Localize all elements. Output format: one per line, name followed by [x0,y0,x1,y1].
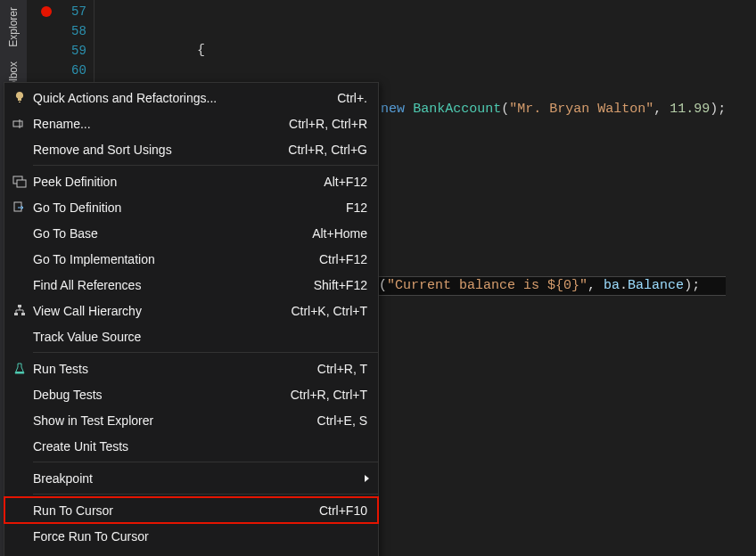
sidebar-tab-explorer[interactable]: Explorer [4,0,23,54]
menu-run-to-cursor[interactable]: Run To Cursor Ctrl+F10 [4,497,378,523]
line-number: 60 [71,61,86,80]
menu-show-test-explorer[interactable]: Show in Test Explorer Ctrl+E, S [4,407,378,433]
menu-shortcut: Ctrl+R, Ctrl+R [289,117,367,131]
svg-rect-5 [18,305,21,307]
menu-rename[interactable]: Rename... Ctrl+R, Ctrl+R [4,110,378,136]
menu-shortcut: Ctrl+R, Ctrl+G [288,143,367,157]
line-number: 58 [71,21,86,41]
menu-track-value-source[interactable]: Track Value Source [4,323,378,349]
menu-label: Find All References [33,278,300,292]
menu-shortcut: Shift+F12 [314,278,367,292]
breakpoint-marker[interactable] [41,6,52,17]
menu-separator [33,165,378,166]
menu-label: Force Run To Cursor [33,529,353,544]
menu-shortcut: F12 [346,200,367,215]
menu-create-unit-tests[interactable]: Create Unit Tests [4,433,378,459]
svg-rect-4 [14,202,21,211]
menu-goto-base[interactable]: Go To Base Alt+Home [4,220,378,246]
bulb-icon [10,90,29,106]
menu-shortcut: Ctrl+E, S [317,413,367,428]
menu-debug-tests[interactable]: Debug Tests Ctrl+R, Ctrl+T [4,381,378,407]
menu-goto-definition[interactable]: Go To Definition F12 [4,194,378,220]
menu-run-tests[interactable]: Run Tests Ctrl+R, T [4,356,378,381]
hierarchy-icon [10,303,29,319]
flask-icon [10,361,29,377]
menu-shortcut: Ctrl+F10 [319,503,367,518]
menu-label: Rename... [33,117,275,131]
menu-shortcut: Ctrl+R, Ctrl+T [291,388,367,402]
menu-shortcut: Ctrl+. [337,91,367,105]
menu-label: View Call Hierarchy [33,304,276,318]
menu-quick-actions[interactable]: Quick Actions and Refactorings... Ctrl+. [4,85,378,110]
menu-label: Debug Tests [33,388,276,402]
menu-shortcut: Ctrl+R, T [317,362,367,376]
menu-separator [33,352,378,353]
menu-label: Run Tests [33,362,303,376]
menu-label: Create Unit Tests [33,439,353,454]
line-number: 57 [71,2,86,21]
rename-icon [10,116,29,132]
menu-label: Go To Base [33,226,298,241]
menu-label: Show in Test Explorer [33,413,303,428]
menu-label: Remove and Sort Usings [33,143,274,157]
menu-label: Go To Definition [33,200,332,215]
menu-goto-implementation[interactable]: Go To Implementation Ctrl+F12 [4,246,378,272]
submenu-arrow-icon [365,475,369,482]
svg-rect-3 [17,180,26,187]
menu-view-call-hierarchy[interactable]: View Call Hierarchy Ctrl+K, Ctrl+T [4,298,378,323]
menu-remove-sort-usings[interactable]: Remove and Sort Usings Ctrl+R, Ctrl+G [4,136,378,162]
menu-label: Peek Definition [33,175,309,189]
menu-label: Quick Actions and Refactorings... [33,91,323,105]
menu-shortcut: Ctrl+K, Ctrl+T [291,304,367,318]
menu-label: Go To Implementation [33,252,305,266]
peek-icon [10,174,29,190]
menu-shortcut: Ctrl+F12 [319,252,367,266]
goto-icon [10,200,29,216]
menu-find-references[interactable]: Find All References Shift+F12 [4,272,378,298]
svg-rect-6 [14,313,18,315]
svg-rect-7 [21,313,25,315]
menu-force-run-to-cursor[interactable]: Force Run To Cursor [4,523,378,549]
menu-separator [33,494,378,495]
menu-breakpoint[interactable]: Breakpoint [4,465,378,491]
menu-separator [33,462,378,462]
menu-peek-definition[interactable]: Peek Definition Alt+F12 [4,168,378,194]
line-number: 59 [71,41,86,61]
menu-shortcut: Alt+Home [312,226,367,241]
menu-label: Breakpoint [33,471,367,486]
menu-label: Run To Cursor [33,503,305,518]
code-line-57: { [94,41,726,61]
context-menu: Quick Actions and Refactorings... Ctrl+.… [4,82,379,556]
menu-label: Track Value Source [33,330,353,344]
menu-execute-interactive[interactable]: Execute in Interactive Ctrl+E, Ctrl+E [4,549,378,556]
svg-rect-0 [13,121,22,127]
menu-shortcut: Alt+F12 [324,175,367,189]
